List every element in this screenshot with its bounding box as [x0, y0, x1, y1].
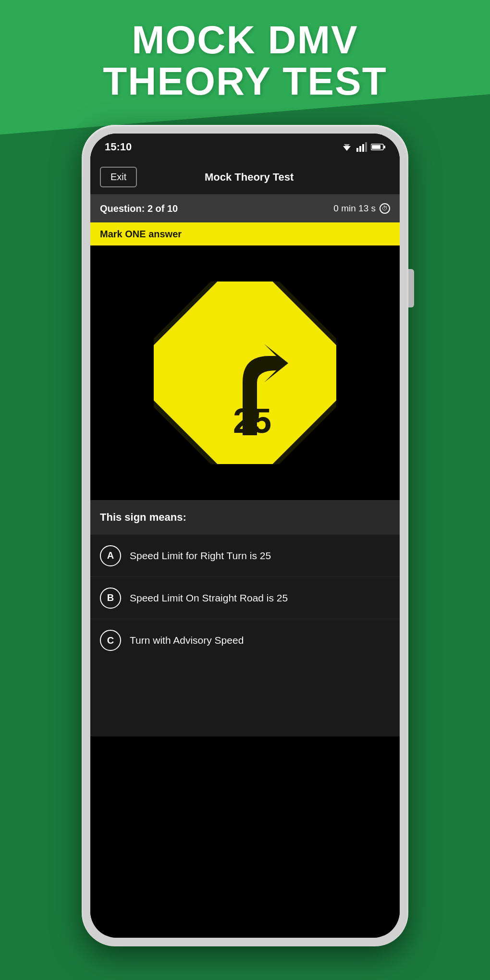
signal-icon: [356, 142, 367, 152]
status-bar: 15:10: [90, 134, 400, 160]
phone-inner: 15:10: [90, 134, 400, 938]
svg-rect-8: [384, 146, 385, 148]
answer-item-c[interactable]: C Turn with Advisory Speed: [90, 619, 400, 662]
svg-rect-5: [365, 142, 367, 152]
answer-text-c: Turn with Advisory Speed: [130, 634, 244, 647]
answer-circle-c: C: [100, 630, 121, 651]
phone-content: 15:10: [90, 134, 400, 938]
header-section: MOCK DMV THEORY TEST: [0, 0, 490, 102]
status-icons: [341, 142, 385, 152]
answer-item-b[interactable]: B Speed Limit On Straight Road is 25: [90, 577, 400, 619]
svg-rect-7: [372, 145, 380, 149]
mark-banner-text: Mark ONE answer: [100, 229, 182, 240]
answer-circle-a: A: [100, 545, 121, 566]
phone-wrapper: 15:10: [82, 125, 408, 946]
answer-item-a[interactable]: A Speed Limit for Right Turn is 25: [90, 535, 400, 577]
answer-text-a: Speed Limit for Right Turn is 25: [130, 549, 271, 562]
timer-icon: ⏱: [380, 203, 390, 214]
top-bar: Exit Mock Theory Test: [90, 160, 400, 195]
sign-area: 25: [90, 245, 400, 500]
question-bar: Question: 2 of 10 0 min 13 s ⏱: [90, 195, 400, 222]
exit-button[interactable]: Exit: [100, 167, 137, 187]
svg-rect-2: [356, 148, 358, 152]
app-title: MOCK DMV THEORY TEST: [0, 19, 490, 102]
status-time: 15:10: [105, 141, 132, 153]
answer-circle-b: B: [100, 588, 121, 609]
battery-icon: [371, 143, 385, 151]
top-bar-title: Mock Theory Test: [147, 171, 352, 184]
answers-container: A Speed Limit for Right Turn is 25 B Spe…: [90, 535, 400, 736]
svg-rect-3: [359, 146, 361, 152]
svg-text:25: 25: [233, 402, 271, 440]
svg-rect-4: [362, 144, 364, 152]
timer-label: 0 min 13 s ⏱: [333, 203, 390, 214]
question-progress: Question: 2 of 10: [100, 203, 178, 214]
question-text: This sign means:: [100, 511, 186, 524]
wifi-icon: [341, 142, 353, 152]
answer-text-b: Speed Limit On Straight Road is 25: [130, 591, 288, 604]
question-text-area: This sign means:: [90, 500, 400, 535]
mark-banner: Mark ONE answer: [90, 222, 400, 245]
road-sign: 25: [154, 282, 336, 464]
phone-outer: 15:10: [82, 125, 408, 946]
bottom-area: [90, 736, 400, 938]
